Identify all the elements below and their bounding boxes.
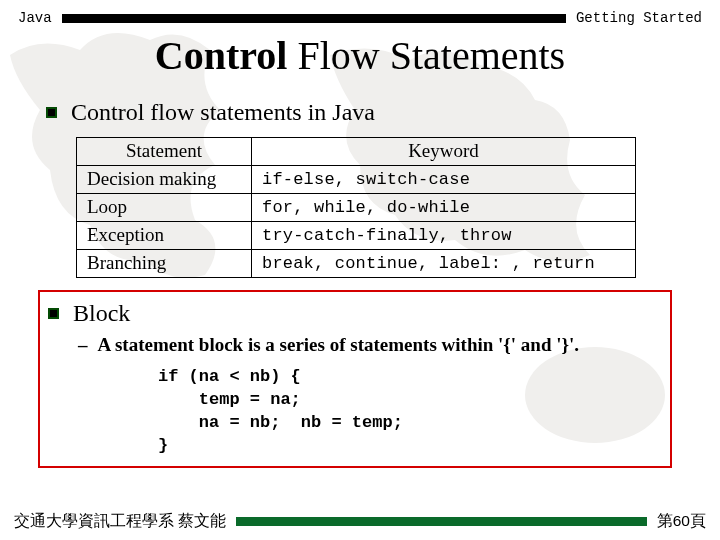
bullet-1-text: Control flow statements in Java <box>71 97 375 127</box>
th-statement: Statement <box>77 138 252 166</box>
td-exception: Exception <box>77 222 252 250</box>
td-branching: Branching <box>77 250 252 278</box>
dash-icon: – <box>78 334 88 356</box>
td-loop: Loop <box>77 194 252 222</box>
title-rest: Flow Statements <box>287 33 565 78</box>
th-keyword: Keyword <box>252 138 636 166</box>
header-right: Getting Started <box>576 10 702 26</box>
header-row: Java Getting Started <box>0 0 720 26</box>
slide-title: Control Flow Statements <box>0 26 720 93</box>
footer-right: 第60頁 <box>657 511 706 532</box>
bullet-1: Control flow statements in Java <box>46 97 674 127</box>
bullet-icon <box>48 308 59 319</box>
bullet-icon <box>46 107 57 118</box>
sub-bullet: – A statement block is a series of state… <box>78 334 662 356</box>
slide-body: Control flow statements in Java Statemen… <box>0 97 720 468</box>
header-divider <box>62 14 566 23</box>
td-branching-kw: break, continue, label: , return <box>252 250 636 278</box>
bullet-2-text: Block <box>73 298 130 328</box>
footer-divider <box>236 517 646 526</box>
title-strong: Control <box>155 33 288 78</box>
td-loop-kw: for, while, do-while <box>252 194 636 222</box>
bullet-2: Block <box>48 298 662 328</box>
footer-left: 交通大學資訊工程學系 蔡文能 <box>14 511 226 532</box>
code-block: if (na < nb) { temp = na; na = nb; nb = … <box>158 366 662 458</box>
td-exception-kw: try-catch-finally, throw <box>252 222 636 250</box>
td-decision-kw: if-else, switch-case <box>252 166 636 194</box>
sub-text: A statement block is a series of stateme… <box>98 334 580 356</box>
slide: Java Getting Started Control Flow Statem… <box>0 0 720 540</box>
highlight-box: Block – A statement block is a series of… <box>38 290 672 468</box>
header-left: Java <box>18 10 52 26</box>
footer-row: 交通大學資訊工程學系 蔡文能 第60頁 <box>0 511 720 532</box>
statements-table: Statement Keyword Decision making if-els… <box>76 137 636 278</box>
td-decision: Decision making <box>77 166 252 194</box>
